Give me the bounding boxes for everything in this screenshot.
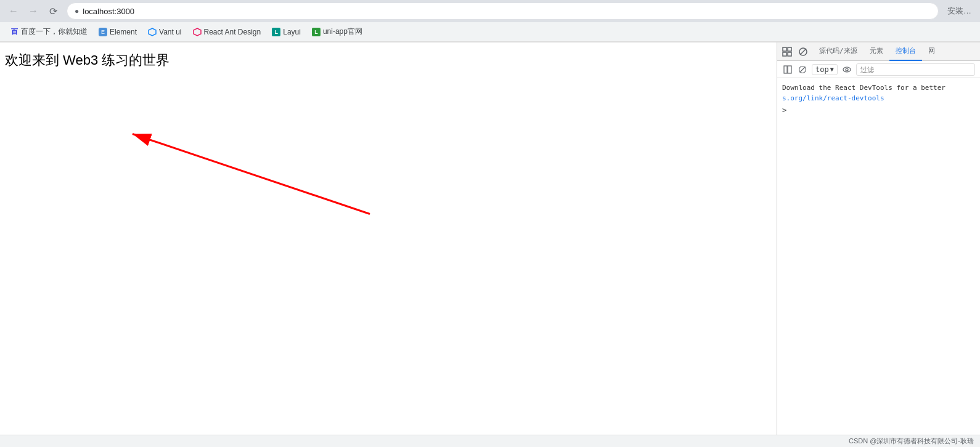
layui-icon: L [272,28,280,36]
svg-rect-4 [783,47,786,51]
devtools-icon-group [777,44,813,59]
bookmark-baidu-label: 百度一下，你就知道 [21,26,88,37]
reload-button[interactable]: ⟳ [44,2,62,20]
svg-line-3 [133,134,370,214]
svg-rect-11 [788,66,791,73]
address-bar[interactable]: ● localhost:3000 [67,2,939,20]
bookmark-baidu[interactable]: 百 百度一下，你就知道 [5,25,92,39]
uniapp-icon: L [312,28,321,36]
devtools-circle-slash-icon[interactable] [796,44,811,59]
bookmark-element[interactable]: E Element [94,26,142,38]
svg-line-13 [800,66,806,72]
browser-actions: 安装… [944,3,975,19]
devtools-eye-icon[interactable] [841,64,852,75]
svg-rect-6 [783,52,786,56]
bookmark-uniapp[interactable]: L uni-app官网 [307,25,367,39]
devtools-panel: 源代码/来源 元素 控制台 网 top ▼ [777,42,980,435]
baidu-icon: 百 [10,28,18,36]
lock-icon: ● [75,7,79,15]
bookmark-layui[interactable]: L Layui [267,26,306,38]
web-content: 欢迎来到 Web3 练习的世界 [0,42,777,435]
svg-marker-1 [194,28,201,36]
devtools-tabs: 源代码/来源 元素 控制台 网 [777,42,980,61]
devtools-context-label: top [815,65,829,74]
vant-icon [148,28,157,36]
react-ant-icon [193,28,202,36]
bookmark-vant[interactable]: Vant ui [143,26,186,38]
devtools-block-icon[interactable] [797,64,808,75]
bookmark-layui-label: Layui [283,28,301,36]
install-button[interactable]: 安装… [944,3,975,19]
tab-sources[interactable]: 源代码/来源 [813,42,864,61]
title-bar: ← → ⟳ ● localhost:3000 安装… [0,0,980,22]
devtools-secondary-bar: top ▼ [777,61,980,78]
page-heading: 欢迎来到 Web3 练习的世界 [0,49,777,72]
bookmark-vant-label: Vant ui [159,28,181,36]
svg-rect-7 [788,52,791,56]
tab-elements[interactable]: 元素 [864,42,889,61]
main-layout: 欢迎来到 Web3 练习的世界 [0,42,980,435]
devtools-dropdown-arrow: ▼ [830,66,834,73]
devtools-expand-arrow[interactable]: > [782,103,975,118]
nav-buttons: ← → ⟳ [5,2,62,20]
red-arrow [0,42,777,435]
svg-marker-0 [149,28,156,36]
devtools-react-link[interactable]: s.org/link/react-devtools [782,94,884,102]
element-icon: E [99,28,107,36]
devtools-context-dropdown[interactable]: top ▼ [812,64,838,75]
bookmark-element-label: Element [110,28,137,36]
browser-chrome: ← → ⟳ ● localhost:3000 安装… 百 百度一下，你就知道 E… [0,0,980,42]
bookmark-uniapp-label: uni-app官网 [323,26,362,37]
devtools-content: Download the React DevTools for a better… [777,78,980,435]
devtools-react-message: Download the React DevTools for a better… [782,83,975,103]
forward-button[interactable]: → [25,2,42,20]
bookmarks-bar: 百 百度一下，你就知道 E Element Vant ui React Ant … [0,22,980,42]
back-button[interactable]: ← [5,2,22,20]
footer-text: CSDN @深圳市有德者科技有限公司-耿瑞 [849,437,974,446]
svg-point-15 [846,68,848,71]
svg-point-14 [843,67,851,72]
bookmark-react-ant-label: React Ant Design [204,28,261,36]
url-text: localhost:3000 [83,7,134,16]
bookmark-react-ant[interactable]: React Ant Design [188,26,266,38]
tab-console[interactable]: 控制台 [889,42,922,61]
tab-network[interactable]: 网 [922,42,941,61]
devtools-filter-input[interactable] [856,63,975,76]
devtools-inspect-icon[interactable] [780,44,794,59]
svg-rect-10 [784,66,787,73]
svg-rect-5 [788,47,791,51]
footer-bar: CSDN @深圳市有德者科技有限公司-耿瑞 [0,435,980,447]
svg-line-9 [800,49,806,55]
devtools-layout-icon[interactable] [782,64,793,75]
